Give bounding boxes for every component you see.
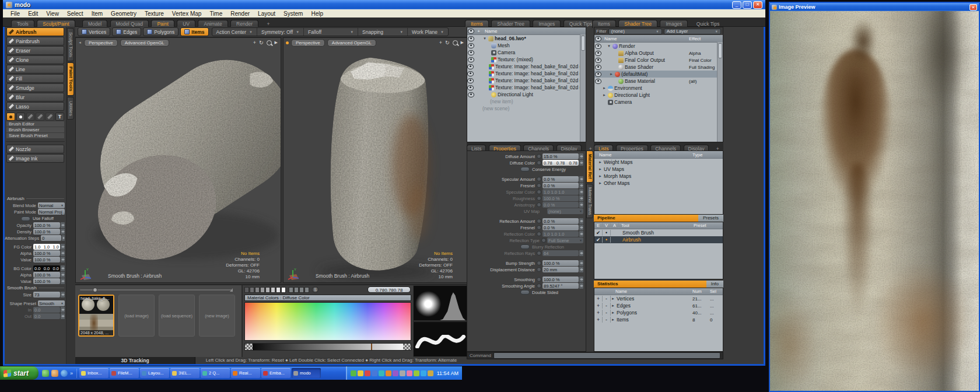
quick-launch-icon[interactable]	[51, 370, 58, 377]
preview-close-button[interactable]: ✕	[970, 4, 977, 10]
eye-icon[interactable]	[595, 44, 601, 49]
tool-paintbrush[interactable]: Paintbrush	[6, 37, 64, 46]
fg-value-spinner[interactable]	[61, 257, 65, 262]
taskbar-button-group[interactable]: 2 Q...	[201, 368, 230, 378]
fg-value-field[interactable]: 100.0 %	[33, 257, 60, 262]
eye-icon[interactable]	[595, 51, 601, 56]
item-row-scene[interactable]: ▼ head_06.lwo*	[467, 35, 586, 42]
view-type-dropdown[interactable]: Perspective	[84, 39, 118, 47]
taskbar-button-modo[interactable]: modo	[292, 368, 321, 378]
pan-icon[interactable]: +	[253, 40, 256, 46]
statistics-info-tab[interactable]: Info	[706, 281, 723, 288]
edges-mode-button[interactable]: Edges	[112, 27, 141, 36]
zoom-icon[interactable]	[453, 40, 458, 46]
spinner[interactable]	[579, 153, 583, 159]
channel-knob[interactable]	[537, 277, 541, 282]
tool-smudge[interactable]: Smudge	[6, 83, 64, 92]
expander-icon[interactable]: ▼	[482, 37, 487, 40]
vtab-material-trans[interactable]: Material Trans	[586, 184, 593, 219]
close-button[interactable]: ✕	[753, 1, 762, 9]
tool-nozzle[interactable]: Nozzle	[6, 145, 64, 153]
expander-icon[interactable]: ►	[598, 181, 603, 185]
shape-preset-dropdown[interactable]: Smooth	[38, 300, 65, 306]
collapse-minus-icon[interactable]: -	[603, 296, 611, 302]
quick-launch-icon[interactable]	[42, 370, 49, 377]
visible-dot-icon[interactable]: •	[603, 237, 611, 243]
tray-icon[interactable]	[351, 370, 356, 376]
pan-icon[interactable]: +	[439, 40, 442, 46]
brush-tip-pattern-button[interactable]	[46, 113, 54, 121]
expander-icon[interactable]: ►	[598, 160, 603, 164]
specular-fresnel-field[interactable]: 0.0 %	[542, 183, 579, 188]
eye-icon[interactable]	[595, 65, 601, 70]
swatch-disabled[interactable]	[304, 287, 309, 293]
channel-knob[interactable]	[537, 267, 541, 272]
orbit-icon[interactable]: ↻	[445, 40, 450, 46]
falloff-dropdown[interactable]: Falloff▼	[304, 28, 358, 36]
density-spinner[interactable]	[61, 229, 65, 235]
visible-dot-icon[interactable]: •	[603, 230, 611, 236]
expander-icon[interactable]: ►	[602, 93, 607, 97]
load-image-button[interactable]: (load image)	[118, 295, 155, 337]
pipeline-row-smooth-brush[interactable]: ✔ • Smooth Brush	[594, 229, 723, 236]
diffuse-color-swatch[interactable]: 0.780.780.78	[542, 160, 579, 166]
specular-amount-field[interactable]: 0.0 %	[542, 176, 579, 182]
swatch[interactable]	[271, 287, 275, 293]
shader-row-defaultmat[interactable]: ►(defaultMat)	[594, 71, 723, 78]
displacement-field[interactable]: 20 mm	[542, 267, 579, 272]
menu-texture[interactable]: Texture	[141, 10, 168, 17]
maximize-button[interactable]: □	[743, 1, 752, 9]
eye-icon[interactable]	[468, 92, 474, 97]
bg-alpha-spinner[interactable]	[61, 272, 65, 278]
eye-icon[interactable]	[468, 57, 474, 62]
vtab-paint-tools[interactable]: Paint Tools	[67, 62, 74, 96]
brush-tip-soft-button[interactable]	[6, 113, 15, 121]
reflection-amount-field[interactable]: 0.0 %	[542, 218, 579, 224]
spinner[interactable]	[579, 176, 583, 182]
eye-icon[interactable]	[595, 79, 601, 84]
internet-explorer-icon[interactable]	[61, 370, 68, 377]
eye-icon[interactable]	[468, 50, 474, 55]
collapse-minus-icon[interactable]: -	[603, 317, 611, 323]
orbit-icon[interactable]: ↻	[259, 40, 264, 46]
action-center-dropdown[interactable]: Action Center▼	[212, 28, 257, 36]
use-falloff-checkbox[interactable]	[21, 216, 30, 221]
shader-row-directional-light[interactable]: ►Directional Light	[594, 92, 723, 99]
pipeline-row-airbrush[interactable]: ✔ • Airbrush	[594, 236, 723, 243]
render-style-dropdown-2[interactable]: Advanced OpenGL	[327, 39, 376, 47]
taskbar-clock[interactable]: 11:54 AM	[437, 370, 459, 376]
tool-lasso[interactable]: Lasso	[6, 102, 64, 111]
value-marker[interactable]	[371, 344, 372, 350]
shader-row-final-color-output[interactable]: Final Color OutputFinal Color	[594, 57, 723, 64]
bg-color-swatch[interactable]: 0.00.00.0	[33, 265, 60, 271]
minimize-button[interactable]: _	[732, 1, 741, 9]
pipeline-header[interactable]: Pipeline Presets	[594, 215, 723, 222]
expander-icon[interactable]: ►	[611, 297, 615, 300]
channel-knob[interactable]	[537, 183, 541, 188]
swatch[interactable]	[255, 287, 260, 293]
attenuation-spinner[interactable]	[62, 235, 65, 241]
stat-row-vertices[interactable]: + - ► Vertices 21... ...	[594, 295, 723, 302]
swatch[interactable]	[260, 287, 265, 293]
conserve-energy-checkbox[interactable]	[520, 167, 530, 172]
swatch[interactable]	[276, 287, 281, 293]
fg-color-swatch[interactable]: 1.01.01.0	[33, 244, 60, 250]
tray-icon[interactable]	[379, 370, 384, 376]
swatch-disabled[interactable]	[299, 287, 304, 293]
hue-saturation-gradient[interactable]	[244, 302, 411, 341]
start-button[interactable]: start	[0, 366, 38, 380]
channel-knob[interactable]	[537, 160, 541, 165]
expander-icon[interactable]: ▼	[607, 44, 611, 48]
menu-file[interactable]: File	[6, 10, 24, 17]
tray-icon[interactable]	[358, 370, 363, 376]
expander-icon[interactable]: ►	[609, 72, 614, 76]
item-row-texture-3[interactable]: Texture: Image: head_bake_final_02d (3)	[467, 63, 586, 70]
spinner[interactable]	[579, 160, 583, 166]
opacity-spinner[interactable]	[61, 222, 65, 228]
tray-icon[interactable]	[400, 370, 405, 376]
spinner[interactable]	[579, 283, 583, 289]
item-row-camera[interactable]: Camera	[467, 49, 586, 56]
menu-edit[interactable]: Edit	[24, 10, 42, 17]
items-scrollbar[interactable]	[580, 34, 586, 142]
expander-icon[interactable]: ►	[611, 304, 615, 307]
